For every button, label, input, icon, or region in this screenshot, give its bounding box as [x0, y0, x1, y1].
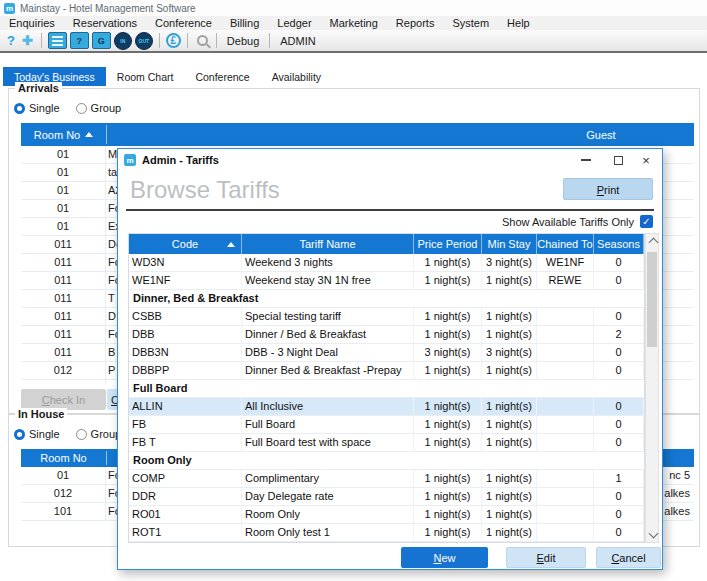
scrollbar-thumb[interactable]	[647, 252, 657, 347]
menu-conference[interactable]: Conference	[146, 17, 221, 29]
window-title: Mainstay - Hotel Management Software	[20, 3, 196, 14]
table-scrollbar[interactable]	[645, 233, 659, 543]
guest-column-header[interactable]: Guest	[561, 123, 641, 146]
print-button[interactable]: Print	[563, 178, 653, 200]
column-header-tariff-name[interactable]: Tariff Name	[242, 234, 414, 254]
group-radio[interactable]	[76, 429, 87, 440]
menu-ledger[interactable]: Ledger	[268, 17, 320, 29]
menu-system[interactable]: System	[443, 17, 498, 29]
guest-cell-right: nc 5	[669, 467, 690, 484]
menu-reports[interactable]: Reports	[387, 17, 444, 29]
code-cell: FB	[129, 416, 242, 433]
room-no-column-header[interactable]: Room No	[21, 123, 106, 146]
search-icon[interactable]	[194, 33, 210, 49]
list-lines-icon	[52, 40, 63, 42]
heading-rule	[126, 209, 654, 211]
tariff-row[interactable]: FBFull Board1 night(s)1 night(s)0	[129, 416, 644, 434]
single-radio-label[interactable]: Single	[29, 428, 60, 440]
tariff-row[interactable]: WE1NFWeekend stay 3N 1N free1 night(s)1 …	[129, 272, 644, 290]
tariff-row[interactable]: CSBBSpecial testing tariff1 night(s)1 ni…	[129, 308, 644, 326]
menu-enquiries[interactable]: Enquiries	[0, 17, 64, 29]
single-radio-label[interactable]: Single	[29, 102, 60, 114]
minimize-icon[interactable]	[572, 149, 600, 171]
billing-pound-icon[interactable]: £	[166, 33, 181, 48]
chained-to-cell	[537, 434, 594, 451]
room-chart-icon[interactable]: ?	[70, 32, 89, 49]
maximize-icon[interactable]	[604, 149, 632, 171]
chained-to-cell	[537, 362, 594, 379]
room-no-column-header[interactable]: Room No	[21, 449, 106, 467]
group-radio-label[interactable]: Group	[91, 102, 122, 114]
min-stay-cell: 1 night(s)	[482, 362, 537, 379]
tab-room-chart[interactable]: Room Chart	[106, 67, 185, 86]
check-in-icon[interactable]: IN	[114, 32, 132, 50]
min-stay-cell: 1 night(s)	[482, 326, 537, 343]
room-cell: 012	[21, 380, 106, 384]
chevron-up-icon[interactable]	[649, 238, 659, 248]
tariff-row[interactable]: RO01Room Only1 night(s)1 night(s)0	[129, 506, 644, 524]
single-radio[interactable]	[14, 429, 25, 440]
tariff-row[interactable]: DBB3NDBB - 3 Night Deal3 night(s)3 night…	[129, 344, 644, 362]
edit-button[interactable]: Edit	[506, 547, 586, 568]
room-cell: 01	[21, 467, 106, 484]
menu-marketing[interactable]: Marketing	[321, 17, 387, 29]
tariff-row[interactable]: COMPComplimentary1 night(s)1 night(s)1	[129, 470, 644, 488]
column-header-label: Code	[172, 238, 198, 250]
group-radio[interactable]	[76, 103, 87, 114]
column-header-price-period[interactable]: Price Period	[414, 234, 482, 254]
code-cell: DBBPP	[129, 362, 242, 379]
available-tariffs-checkbox[interactable]: ✓	[640, 215, 653, 228]
min-stay-cell: 1 night(s)	[482, 398, 537, 415]
guest-cell: M	[106, 146, 117, 163]
cancel-button[interactable]: Cancel	[596, 547, 661, 568]
code-cell: DBB3N	[129, 344, 242, 361]
arrivals-radio-group: Single Group	[14, 102, 137, 114]
tariff-row[interactable]: DBBPPDinner Bed & Breakfast -Prepay1 nig…	[129, 362, 644, 380]
chained-to-cell	[537, 308, 594, 325]
admin-button[interactable]: ADMIN	[276, 35, 319, 47]
tab-conference[interactable]: Conference	[184, 67, 260, 86]
dialog-title: Admin - Tariffs	[142, 154, 219, 166]
column-header-code[interactable]: Code	[129, 234, 242, 254]
tariff-row[interactable]: ALLINAll Inclusive1 night(s)1 night(s)0	[129, 398, 644, 416]
room-no-header-label: Room No	[40, 452, 86, 464]
code-cell: ALLIN	[129, 398, 242, 415]
menu-reservations[interactable]: Reservations	[64, 17, 146, 29]
sort-asc-icon	[85, 132, 93, 137]
seasons-cell: 0	[594, 542, 644, 543]
column-header-chained-to[interactable]: Chained To	[537, 234, 594, 254]
tariff-row[interactable]: FB TFull Board test with space1 night(s)…	[129, 434, 644, 452]
tariff-row[interactable]: DBBDinner / Bed & Breakfast1 night(s)1 n…	[129, 326, 644, 344]
help-icon[interactable]: ?	[5, 33, 17, 48]
column-header-label: Price Period	[418, 238, 478, 250]
new-button[interactable]: New	[401, 547, 488, 568]
room-cell: 01	[21, 182, 106, 199]
tariff-row[interactable]: WD3NWeekend 3 nights1 night(s)3 night(s)…	[129, 254, 644, 272]
reservations-list-icon[interactable]	[48, 32, 67, 49]
tariff-row[interactable]: SCWKSelf Catering - Week1 night(s)7 nigh…	[129, 542, 644, 543]
add-icon[interactable]: ✚	[20, 33, 35, 48]
chevron-down-icon[interactable]	[649, 529, 659, 539]
tab-availability[interactable]: Availability	[261, 67, 332, 86]
column-header-min-stay[interactable]: Min Stay	[482, 234, 537, 254]
single-radio[interactable]	[14, 103, 25, 114]
chained-to-cell	[537, 326, 594, 343]
chained-to-cell	[537, 344, 594, 361]
sort-asc-icon	[227, 242, 235, 247]
room-cell: 011	[21, 236, 106, 253]
debug-button[interactable]: Debug	[223, 35, 263, 47]
tariff-row[interactable]: ROT1Room Only test 11 night(s)1 night(s)…	[129, 524, 644, 542]
code-cell: ROT1	[129, 524, 242, 541]
check-in-button[interactable]: Check In	[21, 389, 106, 410]
chained-to-cell	[537, 542, 594, 543]
check-out-icon[interactable]: OUT	[135, 32, 153, 50]
tariff-row[interactable]: DDRDay Delegate rate1 night(s)1 night(s)…	[129, 488, 644, 506]
tariff-name-cell: Weekend 3 nights	[242, 254, 414, 271]
close-icon[interactable]: ×	[632, 149, 660, 171]
guest-lookup-icon[interactable]: G	[92, 32, 111, 49]
column-header-seasons[interactable]: Seasons	[594, 234, 644, 254]
room-cell: 012	[21, 485, 106, 502]
menu-help[interactable]: Help	[498, 17, 539, 29]
column-header-label: Chained To	[537, 238, 592, 250]
menu-billing[interactable]: Billing	[221, 17, 268, 29]
